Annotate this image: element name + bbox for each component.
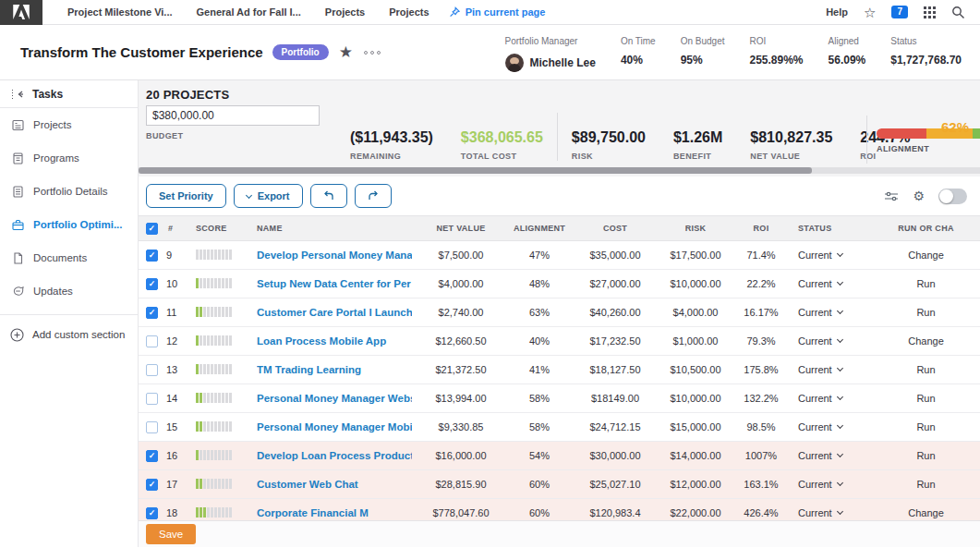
column-cost[interactable]: COST [573,224,658,233]
sidebar-item-portfolio-optimizer[interactable]: Portfolio Optimi... [0,208,138,241]
favorite-star-icon[interactable]: ★ [339,44,353,60]
project-name-link[interactable]: Personal Money Manager Mobi [257,421,412,432]
more-menu-icon[interactable] [364,51,381,55]
roi-cell: 426.4% [733,507,789,518]
column-risk[interactable]: RISK [658,224,733,233]
row-checkbox[interactable] [146,307,158,319]
horizontal-scrollbar[interactable] [139,167,980,174]
view-toggle[interactable] [938,189,967,204]
row-number: 12 [166,335,177,347]
sidebar-item-portfolio-details[interactable]: Portfolio Details [0,175,138,208]
column-alignment[interactable]: ALIGNMENT [506,224,573,233]
status-dropdown[interactable]: Current [798,479,872,490]
status-dropdown[interactable]: Current [798,421,872,432]
save-bar: Save [139,520,980,547]
column-score[interactable]: SCORE [196,224,257,233]
row-checkbox[interactable] [146,250,158,262]
status-dropdown[interactable]: Current [798,307,872,318]
risk-cell: $10,500.00 [658,364,733,375]
nav-tab[interactable]: Projects [377,6,441,18]
row-checkbox[interactable] [146,507,158,519]
project-name-link[interactable]: Personal Money Manager Webs [257,393,412,404]
projects-count-label: 20 PROJECTS [146,88,336,102]
chevron-down-icon [837,394,843,400]
column-number[interactable]: # [168,224,173,233]
redo-button[interactable] [355,184,392,208]
favorites-star-icon[interactable]: ☆ [864,6,876,19]
manager-label: Portfolio Manager [505,36,596,46]
score-bars [196,335,232,346]
app-grid-icon[interactable] [924,6,936,18]
search-icon[interactable] [951,6,965,19]
add-custom-section-button[interactable]: Add custom section [0,315,138,354]
save-button[interactable]: Save [146,524,196,544]
stat-label: Status [890,36,962,46]
table-row: 17 Customer Web Chat $28,815.90 60% $25,… [139,470,980,499]
status-dropdown[interactable]: Current [798,393,872,404]
project-name-link[interactable]: Customer Web Chat [257,479,412,490]
nav-tab[interactable]: Project Milestone Vi... [55,6,185,18]
row-checkbox[interactable] [146,479,158,491]
row-checkbox[interactable] [146,421,158,433]
budget-input[interactable] [146,105,320,126]
header-stats: Portfolio Manager Michelle Lee On Time 4… [505,33,962,72]
gear-icon[interactable]: ⚙ [913,189,925,202]
column-name[interactable]: NAME [257,224,416,233]
set-priority-button[interactable]: Set Priority [146,184,226,208]
sidebar-item-programs[interactable]: Programs [0,141,138,175]
notification-badge[interactable]: 7 [891,6,908,18]
row-number: 16 [166,450,177,461]
portfolio-optimizer-icon [12,219,24,231]
column-roi[interactable]: ROI [733,224,789,233]
status-dropdown[interactable]: Current [798,278,872,289]
chevron-down-icon [837,308,843,314]
run-or-change-cell: Change [872,507,980,518]
column-run-or-change[interactable]: RUN OR CHA [872,224,980,233]
status-dropdown[interactable]: Current [798,364,872,375]
row-checkbox[interactable] [146,393,158,405]
project-name-link[interactable]: Develop Personal Money Mana [257,250,412,261]
column-status[interactable]: STATUS [789,224,872,233]
sidebar-collapse-tasks[interactable]: Tasks [0,80,138,108]
header-checkbox[interactable] [146,223,158,235]
status-dropdown[interactable]: Current [798,335,872,347]
sidebar-item-updates[interactable]: Updates [0,274,138,308]
score-bars [196,479,232,489]
adobe-logo-icon[interactable] [0,0,42,25]
status-dropdown[interactable]: Current [798,450,872,461]
net-value-cell: $7,500.00 [416,250,506,261]
row-number: 18 [166,507,177,518]
net-value-cell: $21,372.50 [416,364,506,375]
status-dropdown[interactable]: Current [798,250,872,261]
header-stat: ROI 255.89%% [750,36,804,67]
help-link[interactable]: Help [826,6,848,18]
chevron-down-icon [837,422,843,429]
column-net-value[interactable]: NET VALUE [416,224,506,233]
roi-cell: 163.1% [733,479,789,490]
sidebar-item-documents[interactable]: Documents [0,241,138,274]
undo-button[interactable] [310,184,347,208]
nav-tab[interactable]: Projects [313,6,377,18]
row-checkbox[interactable] [146,335,158,347]
project-name-link[interactable]: Customer Care Portal I Launch C [257,307,412,318]
alignment-cell: 41% [506,364,573,375]
nav-tab[interactable]: General Ad for Fall I... [185,6,313,18]
header-stat: On Time 40% [621,36,656,67]
export-button[interactable]: Export [234,184,303,208]
alignment-cell: 60% [506,507,573,518]
portfolio-manager-stat: Portfolio Manager Michelle Lee [505,36,596,72]
scrollbar-thumb[interactable] [139,167,812,174]
pin-current-page-link[interactable]: Pin current page [449,6,546,18]
sidebar-item-label: Projects [33,119,72,130]
project-name-link[interactable]: Corporate Financial M [257,507,412,518]
row-checkbox[interactable] [146,364,158,376]
project-name-link[interactable]: TM Trading Learning [257,364,412,375]
status-dropdown[interactable]: Current [798,507,872,518]
project-name-link[interactable]: Develop Loan Process Product [257,450,412,461]
row-checkbox[interactable] [146,450,158,462]
sidebar-item-projects[interactable]: Projects [0,108,138,141]
project-name-link[interactable]: Loan Process Mobile App [257,335,412,347]
project-name-link[interactable]: Setup New Data Center for Per [257,278,412,289]
row-checkbox[interactable] [146,278,158,290]
filter-settings-icon[interactable] [884,190,899,202]
